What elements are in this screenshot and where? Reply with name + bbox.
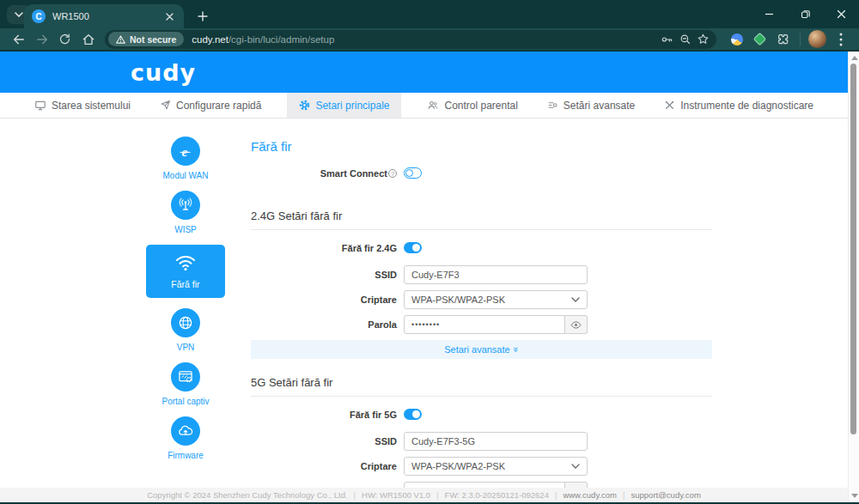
kebab-menu-icon <box>839 33 843 46</box>
encryption-24g-select[interactable]: WPA-PSK/WPA2-PSK <box>404 290 588 309</box>
sliders-icon <box>547 100 558 111</box>
tab-title: WR1500 <box>52 11 162 21</box>
page-scrollbar[interactable] <box>848 52 859 502</box>
show-password-24g-button[interactable] <box>565 315 588 334</box>
window-controls <box>751 0 859 28</box>
nav-item-diagnostics[interactable]: Instrumente de diagnosticare <box>661 93 817 118</box>
globe-icon <box>177 314 194 331</box>
close-window-button[interactable] <box>823 0 859 28</box>
chevron-down-icon <box>571 297 580 302</box>
ssid-5g-input[interactable] <box>404 432 588 451</box>
password-24g-input[interactable] <box>404 315 565 334</box>
extension-green-button[interactable] <box>748 28 771 50</box>
monitor-icon <box>34 100 46 112</box>
extension-colorful-icon <box>731 33 743 46</box>
sidebar-item-wireless[interactable]: Fără fir <box>146 245 225 298</box>
encryption-5g-select[interactable]: WPA-PSK/WPA2-PSK <box>404 457 588 476</box>
password-24g-label: Parola <box>251 319 397 330</box>
nav-item-system-status[interactable]: Starea sistemului <box>31 93 134 118</box>
sidebar-item-wisp[interactable]: WISP <box>171 191 200 234</box>
svg-text:e: e <box>181 144 187 159</box>
nav-item-main-settings[interactable]: Setari principale <box>287 93 401 118</box>
toolbar-divider <box>800 33 801 46</box>
profile-button[interactable] <box>806 28 829 50</box>
router-admin-page: cudy Starea sistemului Configurare rapid… <box>0 52 859 502</box>
double-chevron-down-icon: » <box>511 346 521 351</box>
security-chip[interactable]: Not secure <box>108 32 184 46</box>
home-button[interactable] <box>76 28 100 50</box>
restore-icon <box>801 9 810 19</box>
close-icon <box>837 9 846 19</box>
sidebar-item-vpn[interactable]: VPN <box>171 308 200 352</box>
extension-green-icon <box>753 33 767 46</box>
reload-icon <box>58 33 71 46</box>
page-title: Fără fir <box>251 139 712 154</box>
section-header-24g: 2.4G Setări fără fir <box>251 209 712 230</box>
browser-tab[interactable]: C WR1500 <box>24 4 184 28</box>
scroll-down-arrow-icon[interactable] <box>851 494 858 498</box>
advanced-settings-link[interactable]: Setari avansate» <box>251 340 712 359</box>
support-email-link[interactable]: support@cudy.com <box>631 490 701 500</box>
sidebar-item-label: Fără fir <box>171 279 199 289</box>
back-button[interactable] <box>7 28 30 50</box>
sidebar-item-label: Firmware <box>168 451 204 460</box>
wireless-5g-label: Fără fir 5G <box>251 410 397 420</box>
profile-avatar <box>808 30 826 48</box>
menu-button[interactable] <box>829 28 852 50</box>
new-tab-button[interactable] <box>192 7 213 26</box>
wireless-24g-toggle[interactable] <box>404 242 422 253</box>
close-icon <box>166 13 174 21</box>
encryption-24g-label: Criptare <box>251 295 397 305</box>
scrollbar-thumb[interactable] <box>850 64 856 434</box>
reload-button[interactable] <box>53 28 76 50</box>
security-chip-label: Not secure <box>130 34 176 45</box>
restore-button[interactable] <box>787 0 823 28</box>
tab-close-button[interactable] <box>162 9 176 23</box>
bookmark-star-icon[interactable] <box>697 33 710 46</box>
zoom-out-icon[interactable] <box>679 33 691 46</box>
chevron-down-icon <box>571 464 580 469</box>
plus-icon <box>198 11 208 21</box>
brand-header: cudy <box>0 52 848 93</box>
minimize-button[interactable] <box>751 0 787 28</box>
nav-item-parental-control[interactable]: Control parental <box>423 93 521 118</box>
nav-label: Control parental <box>444 100 517 112</box>
cudy-favicon-icon: C <box>32 9 46 23</box>
eye-icon <box>570 321 582 329</box>
extensions-button[interactable] <box>771 28 795 50</box>
gear-icon <box>299 100 310 111</box>
omnibox-actions <box>660 33 710 46</box>
hardware-version: HW: WR1500 V1.0 <box>362 490 430 500</box>
firmware-version: FW: 2.3.0-20250121-092624 <box>445 490 549 500</box>
url-text[interactable]: cudy.net/cgi-bin/luci/admin/setup <box>192 34 660 45</box>
scroll-up-arrow-icon[interactable] <box>851 56 858 60</box>
paper-plane-icon <box>160 100 171 111</box>
copyright-text: Copyright © 2024 Shenzhen Cudy Technolog… <box>147 490 347 500</box>
chevron-down-icon <box>15 12 23 17</box>
encryption-5g-label: Criptare <box>251 461 397 471</box>
cudy-site-link[interactable]: www.cudy.com <box>563 490 617 500</box>
section-header-5g: 5G Setări fără fir <box>251 376 712 397</box>
minimize-icon <box>765 9 774 19</box>
cloud-upload-icon <box>177 422 194 440</box>
nav-item-advanced-settings[interactable]: Setări avansate <box>544 93 638 118</box>
ssid-5g-label: SSID <box>251 436 397 446</box>
password-key-icon[interactable] <box>660 33 673 46</box>
sidebar-item-wan-mode[interactable]: e Modul WAN <box>163 137 209 180</box>
ssid-24g-input[interactable] <box>404 265 588 284</box>
warning-triangle-icon <box>116 35 125 44</box>
nav-label: Setări avansate <box>564 100 635 112</box>
sidebar-item-firmware[interactable]: Firmware <box>168 416 204 460</box>
address-bar[interactable]: Not secure cudy.net/cgi-bin/luci/admin/s… <box>105 30 716 49</box>
puzzle-icon <box>777 33 790 46</box>
sidebar-item-captive-portal[interactable]: Portal captiv <box>161 362 209 406</box>
top-nav: Starea sistemului Configurare rapidă Set… <box>0 93 848 118</box>
help-icon[interactable]: ? <box>388 169 397 178</box>
wireless-5g-toggle[interactable] <box>404 409 422 420</box>
nav-item-quick-setup[interactable]: Configurare rapidă <box>156 93 265 118</box>
nav-label: Starea sistemului <box>52 100 131 112</box>
forward-button[interactable] <box>30 28 53 50</box>
extension-colorful-button[interactable] <box>725 28 748 50</box>
wan-globe-icon: e <box>176 142 195 161</box>
smart-connect-toggle[interactable] <box>404 167 422 179</box>
